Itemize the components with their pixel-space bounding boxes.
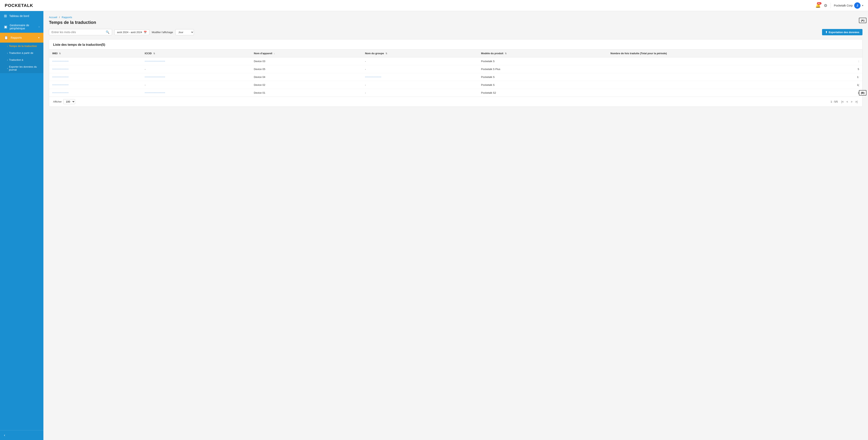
cell-imei-0: •••••••••••••••• <box>49 57 142 65</box>
sort-icon-product-model[interactable]: ⇅ <box>505 52 506 55</box>
table-row: •••••••••••••••• •••••••••••••••••••• De… <box>49 89 862 97</box>
table-title: Liste des temps de la traduction(5) <box>49 39 862 49</box>
main-content: Accueil / Rapports Temps de la traductio… <box>43 11 868 440</box>
table-section: Liste des temps de la traduction(5) IMEI… <box>49 39 863 107</box>
sidebar-item-translation-from[interactable]: › Traduction à partir de <box>0 50 43 56</box>
cell-translation-count-0: : <box>608 57 862 65</box>
cell-group-name-4: - <box>362 89 478 97</box>
breadcrumb-home[interactable]: Accueil <box>49 16 57 19</box>
pagination-bar: Afficher 100 50 25 1 - 5/5 |< < > >| <box>49 97 862 106</box>
sidebar-item-export-log[interactable]: › Exporter les données du journal <box>0 63 43 73</box>
per-page-control: Afficher 100 50 25 <box>53 99 75 104</box>
cell-device-name-2: Device 04 <box>251 73 362 81</box>
sidebar-item-translation-to[interactable]: › Traduction à <box>0 56 43 63</box>
sidebar-item-translation-time[interactable]: › Temps de la traduction <box>0 42 43 50</box>
page-info: 1 - 5/5 <box>831 100 838 103</box>
chevron-right-icon: › <box>39 26 39 28</box>
col-product-model: Modèle du produit ⇅ <box>478 50 608 57</box>
per-page-label: Afficher <box>53 100 62 103</box>
sub-item-label-translation-time: Temps de la traduction <box>9 44 37 48</box>
per-page-select[interactable]: 100 50 25 <box>63 99 75 104</box>
table-row: •••••••••••••••• •••••••••••••••••••• De… <box>49 73 862 81</box>
sidebar-collapse-button[interactable]: ‹ <box>0 430 43 440</box>
sidebar-item-label-device: Gestionnaire de périphérique <box>10 24 36 30</box>
cell-translation-count-2: 1: <box>608 73 862 81</box>
export-button[interactable]: ⬆ Exportation des données <box>822 29 863 35</box>
sidebar-item-dashboard[interactable]: ⊞ Tableau de bord <box>0 11 43 21</box>
settings-button[interactable]: ⚙ <box>824 3 827 8</box>
cell-imei-2: •••••••••••••••• <box>49 73 142 81</box>
date-picker[interactable]: août 2024 - août 2024 📅 <box>115 29 149 35</box>
collapse-icon: ‹ <box>4 433 5 437</box>
sidebar-item-label-dashboard: Tableau de bord <box>9 14 29 18</box>
user-info[interactable]: Pocketalk Corp J ▾ <box>834 2 863 9</box>
cell-iccid-1: - <box>142 65 251 73</box>
sidebar-item-device-manager[interactable]: ▣ Gestionnaire de périphérique › <box>0 21 43 33</box>
search-box[interactable]: 🔍 <box>49 29 112 35</box>
cell-iccid-2: •••••••••••••••••••• <box>142 73 251 81</box>
sidebar-item-label-reports: Rapports <box>11 36 22 39</box>
breadcrumb-reports[interactable]: Rapports <box>62 16 72 19</box>
cell-device-name-1: Device 05 <box>251 65 362 73</box>
next-page-button[interactable]: > <box>850 100 853 104</box>
sort-icon-group-name[interactable]: ⇅ <box>385 52 387 55</box>
main-layout: ⊞ Tableau de bord ▣ Gestionnaire de péri… <box>0 11 868 440</box>
cell-iccid-3: - <box>142 81 251 89</box>
col-group-name: Nom du groupe ⇅ <box>362 50 478 57</box>
user-name: Pocketalk Corp <box>834 4 852 7</box>
export-label: Exportation des données <box>829 31 859 34</box>
cell-device-name-3: Device 02 <box>251 81 362 89</box>
cell-imei-3: •••••••••••••••• <box>49 81 142 89</box>
prev-page-button[interactable]: < <box>846 100 849 104</box>
col-device-name: Nom d'appareil ↕ <box>251 50 362 57</box>
sub-item-label-translation-to: Traduction à <box>9 58 23 61</box>
calendar-icon: 📅 <box>144 31 147 34</box>
cell-imei-4: •••••••••••••••• <box>49 89 142 97</box>
sidebar-subnav: › Temps de la traduction › Traduction à … <box>0 42 43 73</box>
sidebar-item-reports[interactable]: 📋 Rapports ▾ <box>0 33 43 42</box>
notification-badge: 99+ <box>817 2 822 4</box>
col-iccid: ICCID ⇅ <box>142 50 251 57</box>
sub-chevron-icon-1: › <box>7 45 8 47</box>
sort-icon-imei[interactable]: ⇅ <box>59 52 61 55</box>
first-page-button[interactable]: |< <box>841 100 844 104</box>
sort-icon-device-name[interactable]: ↕ <box>274 52 275 55</box>
notifications-button[interactable]: 🔔 99+ <box>815 3 820 8</box>
col-imei: IMEI ⇅ <box>49 50 142 57</box>
cell-device-name-0: Device 03 <box>251 57 362 65</box>
view-modifier-label: Modifier l'affichage <box>152 31 173 34</box>
top-header: POCKETALK 🔔 99+ ⚙ Pocketalk Corp J ▾ <box>0 0 868 11</box>
cell-translation-count-4: 1 <box>608 89 862 97</box>
sub-item-label-translation-from: Traduction à partir de <box>9 52 33 55</box>
header-right: 🔔 99+ ⚙ Pocketalk Corp J ▾ <box>815 2 863 9</box>
device-icon: ▣ <box>4 25 7 29</box>
sub-item-label-export-log: Exporter les données du journal <box>9 65 39 71</box>
date-range-text: août 2024 - août 2024 <box>117 31 142 34</box>
table-header-row: IMEI ⇅ ICCID ⇅ Nom d'appareil ↕ Nom du <box>49 50 862 57</box>
search-input[interactable] <box>52 31 104 34</box>
user-avatar: J <box>854 2 861 9</box>
cell-group-name-2: •••••••••••••••• <box>362 73 478 81</box>
cell-translation-count-1: 5 <box>608 65 862 73</box>
cell-translation-count-3: 1( <box>608 81 862 89</box>
data-table: IMEI ⇅ ICCID ⇅ Nom d'appareil ↕ Nom du <box>49 49 862 97</box>
pagination-controls: 1 - 5/5 |< < > >| <box>831 100 858 104</box>
chevron-down-icon: ▾ <box>862 4 863 7</box>
sidebar: ⊞ Tableau de bord ▣ Gestionnaire de péri… <box>0 11 43 440</box>
export-icon: ⬆ <box>825 31 828 34</box>
chevron-down-reports-icon: ▾ <box>38 36 39 39</box>
cell-product-model-4: Pocketalk S2 <box>478 89 608 97</box>
cell-product-model-2: Pocketalk S <box>478 73 608 81</box>
cell-iccid-4: •••••••••••••••••••• <box>142 89 251 97</box>
logo: POCKETALK <box>5 3 33 8</box>
cell-iccid-0: •••••••••••••••••••• <box>142 57 251 65</box>
table-body: •••••••••••••••• •••••••••••••••••••• De… <box>49 57 862 97</box>
view-select[interactable]: Jour Semaine Mois <box>175 29 194 35</box>
sort-icon-iccid[interactable]: ⇅ <box>153 52 155 55</box>
last-page-button[interactable]: >| <box>855 100 858 104</box>
search-icon: 🔍 <box>106 30 110 34</box>
breadcrumb: Accueil / Rapports <box>49 16 863 19</box>
cell-device-name-4: Device 01 <box>251 89 362 97</box>
table-row: •••••••••••••••• - Device 02 - Pocketalk… <box>49 81 862 89</box>
cell-imei-1: •••••••••••••••• <box>49 65 142 73</box>
